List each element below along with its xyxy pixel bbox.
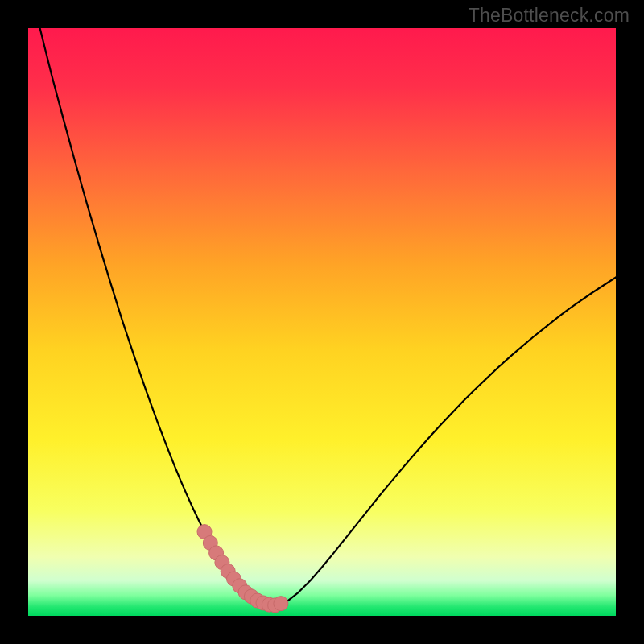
- chart-frame: TheBottleneck.com: [0, 0, 644, 644]
- highlight-marker: [274, 597, 288, 611]
- watermark-text: TheBottleneck.com: [469, 5, 630, 27]
- bottleneck-chart: [28, 28, 616, 616]
- gradient-background: [28, 28, 616, 616]
